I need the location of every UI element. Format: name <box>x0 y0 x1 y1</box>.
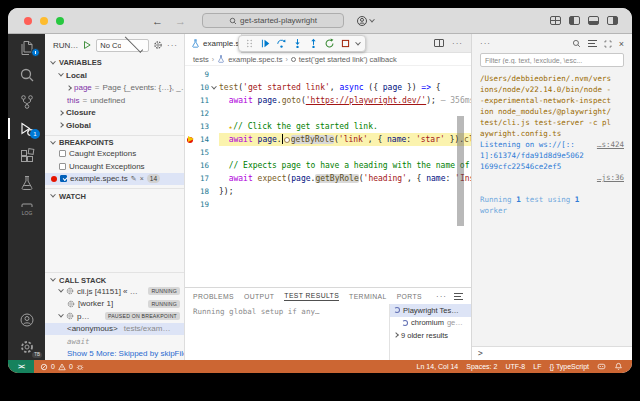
tab-example-spec[interactable]: example.spec.ts <box>185 34 242 53</box>
copilot-icon[interactable] <box>597 362 606 371</box>
panel-tab-problems[interactable]: PROBLEMS <box>193 293 234 300</box>
back-arrow-icon[interactable]: ← <box>152 15 163 27</box>
more-actions-icon[interactable]: ··· <box>480 39 491 48</box>
panel-tab-test-results[interactable]: TEST RESULTS <box>284 292 339 301</box>
remove-icon[interactable]: × <box>140 175 144 182</box>
source-link[interactable]: …js:36 <box>597 172 624 183</box>
step-over-button[interactable] <box>276 38 287 49</box>
remote-indicator[interactable]: >< <box>8 360 34 373</box>
more-actions-icon[interactable]: ··· <box>436 292 447 301</box>
bell-icon[interactable] <box>614 362 623 371</box>
sidebar-item-output-log[interactable]: LOG <box>8 196 45 223</box>
restart-button[interactable] <box>324 38 335 49</box>
search-icon[interactable] <box>572 39 581 48</box>
call-stack-row[interactable]: Show 5 More: Skipped by skipFiles <box>45 348 184 361</box>
panel-tab-ports[interactable]: PORTS <box>397 293 422 300</box>
close-icon[interactable]: × <box>619 39 624 49</box>
call-stack-row[interactable]: p…PAUSED ON BREAKPOINT <box>45 310 184 323</box>
variables-section-header[interactable]: VARIABLES <box>45 56 184 69</box>
test-result-row[interactable]: chromiumge… <box>390 317 471 330</box>
more-actions-icon[interactable]: ··· <box>452 39 463 48</box>
expand-icon[interactable] <box>604 40 612 48</box>
variable-row[interactable]: Local <box>45 69 184 82</box>
breakpoint-checkbox[interactable] <box>59 163 66 170</box>
code-line[interactable]: 17 await expect(page.getByRole('heading'… <box>185 172 471 185</box>
warning-count[interactable]: 0 <box>69 363 73 370</box>
continue-button[interactable] <box>260 38 271 49</box>
panel-tab-output[interactable]: OUTPUT <box>244 293 274 300</box>
variable-row[interactable]: this=undefined <box>45 94 184 107</box>
code-line[interactable]: 10test('get started link', async ({ page… <box>185 81 471 94</box>
code-line[interactable]: 15 <box>185 146 471 159</box>
status-item[interactable]: Ln 14, Col 14 <box>417 363 459 370</box>
sidebar-item-explorer[interactable] <box>8 34 45 61</box>
breadcrumb-file[interactable]: example.spec.ts <box>228 55 282 64</box>
step-into-button[interactable] <box>292 38 303 49</box>
call-stack-row[interactable]: <anonymous>tests/exam… <box>45 323 184 336</box>
editor-scrollbar[interactable] <box>457 116 464 226</box>
variable-row[interactable]: page=Page {_events: {…}, _… <box>45 82 184 95</box>
code-line[interactable]: 11 await page.goto('https://playwright.d… <box>185 94 471 107</box>
code-line[interactable]: 16 // Expects page to have a heading wit… <box>185 159 471 172</box>
status-item[interactable]: {} TypeScript <box>549 363 589 370</box>
test-result-row[interactable]: 9 older results <box>390 329 471 342</box>
console-filter-input[interactable] <box>480 53 624 67</box>
sidebar-item-search[interactable] <box>8 61 45 88</box>
breakpoint-row[interactable]: Uncaught Exceptions <box>45 160 184 173</box>
breakpoint-checkbox[interactable] <box>59 150 66 157</box>
call-stack-row[interactable]: await <box>45 335 184 348</box>
console-output[interactable]: /Users/debbieobrien/.nvm/versions/node/v… <box>472 67 632 346</box>
code-line[interactable]: 12 <box>185 107 471 120</box>
breakpoint-checkbox[interactable] <box>60 175 67 182</box>
forward-arrow-icon[interactable]: → <box>175 15 186 27</box>
stop-dropdown-chevron-icon[interactable] <box>355 39 361 45</box>
breadcrumb-symbol[interactable]: test('get started link') callback <box>299 55 397 64</box>
account-button[interactable] <box>8 306 45 333</box>
status-item[interactable]: Spaces: 2 <box>466 363 497 370</box>
call-stack-row[interactable]: cli.js [41151] « …RUNNING <box>45 285 184 298</box>
call-stack-row[interactable]: [worker 1]RUNNING <box>45 298 184 311</box>
error-count[interactable]: 0 <box>51 363 55 370</box>
toggle-secondary-sidebar-button[interactable] <box>607 16 618 25</box>
sidebar-item-run-and-debug[interactable]: 1 <box>8 115 45 142</box>
test-result-row[interactable]: Playwright Tes… <box>390 304 471 317</box>
fold-gutter[interactable] <box>209 86 219 90</box>
code-line[interactable]: 18}); <box>185 185 471 198</box>
sidebar-item-extensions[interactable] <box>8 142 45 169</box>
view-as-list-icon[interactable] <box>454 293 463 300</box>
command-center-search[interactable]: get-started-playwright <box>202 13 344 28</box>
customize-layout-button[interactable] <box>550 16 561 25</box>
code-line[interactable]: 14 await page.getByRole('link', { name: … <box>185 133 471 146</box>
panel-tab-terminal[interactable]: TERMINAL <box>349 293 387 300</box>
start-debug-icon[interactable] <box>82 40 92 50</box>
debug-session-icon[interactable] <box>76 363 84 371</box>
breakpoint-row[interactable]: Caught Exceptions <box>45 148 184 161</box>
close-window-button[interactable] <box>24 17 32 25</box>
variable-row[interactable]: Closure <box>45 107 184 120</box>
code-line[interactable]: 13 ★// Click the get started link. <box>185 120 471 133</box>
variable-row[interactable]: Global <box>45 119 184 132</box>
sidebar-item-testing[interactable] <box>8 169 45 196</box>
more-actions-icon[interactable]: ··· <box>167 41 178 50</box>
toggle-primary-sidebar-button[interactable] <box>569 16 580 25</box>
status-item[interactable]: LF <box>533 363 541 370</box>
step-out-button[interactable] <box>308 38 319 49</box>
filter-lines-icon[interactable] <box>588 40 597 47</box>
stop-button[interactable] <box>340 38 351 49</box>
breakpoint-row[interactable]: example.spec.ts✎×14 <box>45 173 184 186</box>
call-stack-section-header[interactable]: CALL STACK <box>45 272 184 285</box>
drag-grip-icon[interactable] <box>244 38 255 49</box>
code-line[interactable]: 19 <box>185 198 471 211</box>
minimize-window-button[interactable] <box>40 17 48 25</box>
breadcrumb-tests[interactable]: tests <box>193 55 209 64</box>
status-item[interactable]: UTF-8 <box>505 363 525 370</box>
gear-icon[interactable] <box>153 40 163 50</box>
maximize-window-button[interactable] <box>56 17 64 25</box>
edit-pencil-icon[interactable]: ✎ <box>131 175 137 183</box>
settings-gear-button[interactable]: TB <box>8 333 45 360</box>
breakpoints-section-header[interactable]: BREAKPOINTS <box>45 135 184 148</box>
console-input[interactable]: > <box>472 346 632 360</box>
split-editor-icon[interactable] <box>434 39 444 47</box>
toggle-panel-button[interactable] <box>588 16 599 25</box>
sidebar-item-source-control[interactable] <box>8 88 45 115</box>
